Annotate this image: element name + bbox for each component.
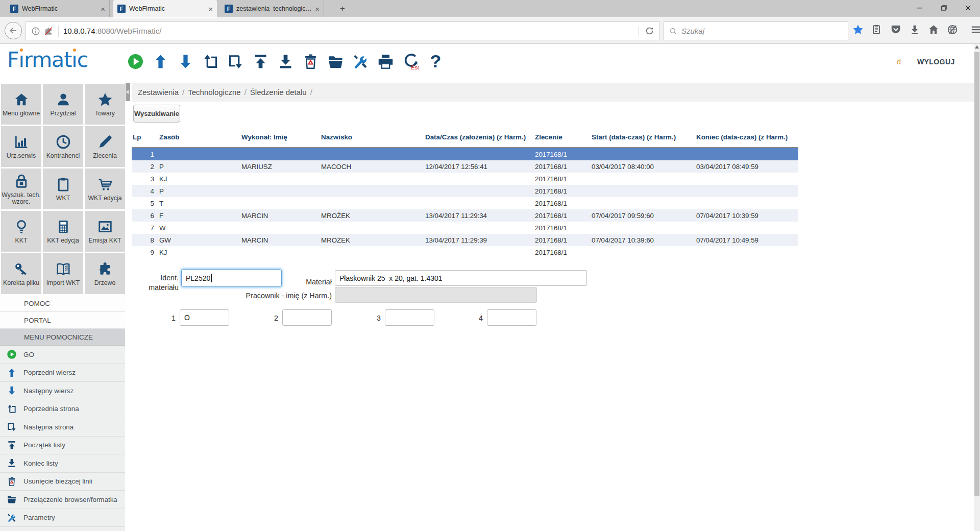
search-bar[interactable]: Szukaj <box>664 21 848 40</box>
table-row[interactable]: 2PMARIUSZMACOCH12/04/2017 12:56:41201716… <box>132 160 798 173</box>
sidebar-menu-parametry[interactable]: Parametry <box>0 509 125 527</box>
table-row[interactable]: 6FMARCINMROŻEK13/04/2017 11:29:342017168… <box>132 209 798 222</box>
help-icon[interactable]: ? <box>426 52 445 70</box>
book-icon <box>56 261 71 277</box>
delete-icon[interactable] <box>301 52 320 70</box>
arrow-down-icon[interactable] <box>176 52 194 70</box>
column-header-zlecenie[interactable]: Zlecenie <box>534 127 591 147</box>
column-header-imie[interactable]: Wykonał: Imię <box>240 127 320 147</box>
sidebar-tile-przydział[interactable]: Przydział <box>43 84 83 125</box>
sidebar-tile-kkt-edycja[interactable]: KKT edycja <box>43 211 83 252</box>
breadcrumb-item[interactable]: Śledzenie detalu <box>250 88 307 96</box>
column-header-zasob[interactable]: Zasób <box>158 127 240 147</box>
column-header-nazwisko[interactable]: Nazwisko <box>320 127 424 147</box>
table-row[interactable]: 5T2017168/1 <box>132 197 798 209</box>
browser-tab-2[interactable]: FWebFirmatic× <box>113 0 217 17</box>
bookmark-star-icon[interactable] <box>852 24 866 37</box>
tab-close-icon[interactable]: × <box>208 5 213 13</box>
page-next-icon[interactable] <box>226 52 244 70</box>
breadcrumb-item[interactable]: Technologiczne <box>188 88 240 96</box>
table-row[interactable]: 3KJ2017168/1 <box>132 173 798 185</box>
sidebar-tile-drzewo[interactable]: Drzewo <box>85 253 125 294</box>
folder-icon[interactable] <box>326 52 345 70</box>
browser-tab-3[interactable]: Fzestawienia_technologicz...× <box>220 0 324 17</box>
sidebar-tile-towary[interactable]: Towary <box>85 84 125 125</box>
list-bottom-icon[interactable] <box>276 52 295 70</box>
sidebar-section-menu-pomocnicze[interactable]: MENU POMOCNICZE <box>0 329 125 346</box>
sidebar-menu-koniec-listy[interactable]: Koniec listy <box>0 454 125 473</box>
numbered-field-input-4[interactable] <box>487 309 536 326</box>
page-prev-icon[interactable] <box>201 52 219 70</box>
url-text[interactable]: 10.8.0.74:8080/WebFirmatic/ <box>63 27 161 35</box>
pocket-icon[interactable] <box>890 24 903 37</box>
table-row[interactable]: 8GWMARCINMROŻEK13/04/2017 11:29:39201716… <box>132 234 798 246</box>
address-bar[interactable]: 10.8.0.74:8080/WebFirmatic/ <box>26 21 660 40</box>
esc-return-icon[interactable]: Esc <box>401 52 420 70</box>
page-scrollbar[interactable] <box>974 44 980 531</box>
browser-tab-1[interactable]: FWebFirmatic× <box>6 0 110 17</box>
sidebar-menu-partial[interactable] <box>0 527 125 531</box>
sidebar-tile-import-wkt[interactable]: Import WKT <box>43 253 83 294</box>
reload-icon[interactable] <box>638 26 654 36</box>
window-minimize-button[interactable] <box>908 0 932 16</box>
table-row[interactable]: 4P2017168/1 <box>132 185 798 197</box>
column-header-koniec[interactable]: Koniec (data-czas) (z Harm.) <box>695 127 798 147</box>
sidebar-menu-następna-strona[interactable]: Następna strona <box>0 418 125 437</box>
numbered-field-input-3[interactable] <box>385 309 434 326</box>
sidebar-tile-korekta-pliku[interactable]: Korekta pliku <box>1 253 41 294</box>
sidebar-menu-go[interactable]: GO <box>0 346 125 364</box>
scrollbar-thumb[interactable] <box>974 52 979 496</box>
table-row[interactable]: 12017168/1 <box>132 148 798 160</box>
window-close-button[interactable] <box>956 0 980 16</box>
new-tab-button[interactable]: + <box>336 4 349 15</box>
sidebar-tile-wyszuk-tech-wzorc-[interactable]: Wyszuk. tech. wzorc. <box>1 168 41 209</box>
sidebar-tile-emisja-kkt[interactable]: Emisja KKT <box>85 211 125 252</box>
sidebar-tile-urz-serwis[interactable]: Urz.serwis <box>1 126 41 167</box>
window-restore-button[interactable] <box>932 0 956 16</box>
ident-material-input[interactable]: PL2520 <box>181 269 282 287</box>
column-header-start[interactable]: Start (data-czas) (z Harm.) <box>591 127 695 147</box>
play-icon[interactable] <box>126 52 144 70</box>
sidebar-menu-następny-wiersz[interactable]: Następny wiersz <box>0 382 125 400</box>
sidebar-section-pomoc[interactable]: POMOC <box>0 295 125 312</box>
tools-icon[interactable] <box>351 52 370 70</box>
plugin-blocked-icon[interactable] <box>44 27 53 36</box>
logout-button[interactable]: WYLOGUJ <box>917 58 955 66</box>
breadcrumb-item[interactable]: Zestawienia <box>138 88 179 96</box>
site-info-icon[interactable] <box>31 27 40 36</box>
sidebar-menu-poprzednia-strona[interactable]: Poprzednia strona <box>0 400 125 419</box>
tab-close-icon[interactable]: × <box>315 5 320 13</box>
hamburger-menu-icon[interactable] <box>970 24 980 37</box>
back-button[interactable] <box>5 22 22 39</box>
numbered-field-input-1[interactable]: O <box>180 309 229 326</box>
column-header-lp[interactable]: Lp <box>132 127 158 147</box>
tab-close-icon[interactable]: × <box>101 5 105 13</box>
tile-label: Korekta pliku <box>3 280 39 286</box>
sidebar-tile-kkt[interactable]: KKT <box>1 211 41 252</box>
search-button[interactable]: Wyszukiwanie <box>133 105 180 123</box>
sidebar-collapse-handle[interactable] <box>126 83 130 101</box>
sidebar-tile-wkt-edycja[interactable]: WKT edycja <box>85 168 125 209</box>
numbered-field-input-2[interactable] <box>282 309 332 326</box>
print-icon[interactable] <box>376 52 395 70</box>
material-input[interactable]: Płaskownik 25 x 20, gat. 1.4301 <box>335 270 587 286</box>
sidebar-tile-menu-główne[interactable]: Menu główne <box>1 84 41 125</box>
sidebar-tile-wkt[interactable]: WKT <box>43 168 83 209</box>
table-row[interactable]: 7W2017168/1 <box>132 222 798 234</box>
arrow-up-icon[interactable] <box>151 52 169 70</box>
screenshots-icon[interactable] <box>947 24 960 37</box>
sidebar-section-portal[interactable]: PORTAL <box>0 312 125 329</box>
sidebar-menu-poprzedni-wiersz[interactable]: Poprzedni wiersz <box>0 364 125 382</box>
sidebar-menu-przełączenie-browser-formatka[interactable]: Przełączenie browser/formatka <box>0 491 125 509</box>
scrollbar-up-arrow[interactable] <box>975 45 979 49</box>
reading-list-icon[interactable] <box>871 24 885 37</box>
home-icon[interactable] <box>928 24 941 37</box>
column-header-data[interactable]: Data/Czas (założenia) (z Harm.) <box>424 127 534 147</box>
sidebar-tile-zlecenia[interactable]: Zlecenia <box>85 126 125 167</box>
list-top-icon[interactable] <box>251 52 270 70</box>
sidebar-menu-usunięcie-bieżącej-linii[interactable]: Usunięcie bieżącej linii <box>0 473 125 491</box>
downloads-icon[interactable] <box>909 24 922 37</box>
sidebar-menu-początek-listy[interactable]: Początek listy <box>0 437 125 455</box>
sidebar-tile-kontrahenci[interactable]: Kontrahenci <box>43 126 83 167</box>
table-row[interactable]: 9KJ2017168/1 <box>132 246 798 258</box>
